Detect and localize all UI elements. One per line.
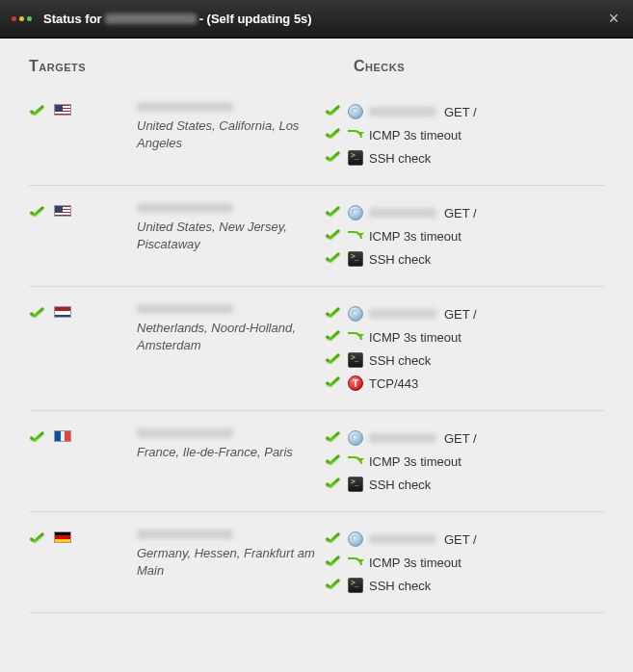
- globe-icon: [348, 306, 363, 322]
- redacted-check-host: [369, 208, 436, 218]
- checks-list: GET /ICMP 3s timeoutSSH check: [325, 428, 604, 494]
- flag-us-icon: [54, 104, 71, 116]
- check-label: GET /: [444, 307, 477, 322]
- target-info: France, Ile-de-France, Paris: [137, 428, 325, 494]
- globe-icon: [348, 205, 363, 220]
- check-ok-icon: [325, 150, 342, 166]
- target-row: Netherlands, Noord-Holland, AmsterdamGET…: [29, 287, 604, 411]
- flag-fr-icon: [54, 430, 71, 442]
- redacted-check-host: [369, 107, 436, 116]
- dot-green: [27, 16, 32, 21]
- checks-list: GET /ICMP 3s timeoutSSH check: [325, 530, 604, 595]
- check-item-get: GET /: [325, 102, 604, 121]
- redacted-check-host: [369, 534, 436, 544]
- window-header: Status for - (Self updating 5s) ×: [0, 0, 633, 39]
- status-ok-icon: [29, 306, 46, 322]
- check-item-tcp: TTCP/443: [325, 374, 604, 393]
- check-ok-icon: [325, 375, 342, 391]
- check-item-ssh: SSH check: [325, 475, 604, 494]
- check-ok-icon: [325, 251, 342, 267]
- check-ok-icon: [325, 104, 342, 119]
- status-dots: [12, 16, 32, 21]
- globe-icon: [348, 430, 363, 446]
- target-info: Germany, Hessen, Frankfurt am Main: [137, 530, 325, 595]
- flag-us-icon: [54, 205, 71, 217]
- check-item-get: GET /: [325, 530, 604, 549]
- terminal-icon: [348, 150, 363, 166]
- check-label: SSH check: [369, 252, 431, 267]
- status-ok-icon: [29, 531, 46, 547]
- check-label: GET /: [444, 206, 477, 220]
- target-location: France, Ile-de-France, Paris: [137, 444, 315, 461]
- redacted-hostname: [105, 13, 197, 24]
- flag-de-icon: [54, 531, 71, 543]
- target-row: France, Ile-de-France, ParisGET /ICMP 3s…: [29, 411, 604, 512]
- title-suffix: - (Self updating 5s): [199, 12, 606, 26]
- check-item-icmp: ICMP 3s timeout: [325, 125, 604, 144]
- target-location: Germany, Hessen, Frankfurt am Main: [137, 545, 315, 579]
- target-status-flags: [29, 203, 137, 269]
- check-label: SSH check: [369, 151, 431, 166]
- checks-list: GET /ICMP 3s timeoutSSH check: [325, 203, 604, 269]
- tcp-badge-icon: T: [348, 375, 363, 391]
- check-label: ICMP 3s timeout: [369, 128, 462, 142]
- redacted-target-name: [137, 428, 233, 438]
- terminal-icon: [348, 352, 363, 368]
- target-status-flags: [29, 530, 137, 595]
- redacted-target-name: [137, 102, 233, 112]
- check-label: GET /: [444, 532, 477, 547]
- check-ok-icon: [325, 352, 342, 368]
- content-area: Targets Checks United States, California…: [0, 39, 633, 633]
- check-label: ICMP 3s timeout: [369, 229, 462, 244]
- close-button[interactable]: ×: [606, 12, 621, 27]
- rows-container: United States, California, Los AngelesGE…: [29, 94, 604, 613]
- check-ok-icon: [325, 430, 342, 446]
- check-item-get: GET /: [325, 304, 604, 323]
- check-label: SSH check: [369, 579, 431, 593]
- status-ok-icon: [29, 205, 46, 220]
- check-label: SSH check: [369, 478, 431, 492]
- check-label: GET /: [444, 105, 477, 119]
- globe-icon: [348, 104, 363, 119]
- check-label: ICMP 3s timeout: [369, 454, 462, 469]
- target-info: United States, New Jersey, Piscataway: [137, 203, 325, 269]
- check-ok-icon: [325, 578, 342, 593]
- target-location: United States, New Jersey, Piscataway: [137, 219, 315, 252]
- icmp-arrow-icon: [348, 555, 363, 570]
- check-ok-icon: [325, 531, 342, 547]
- icmp-arrow-icon: [348, 127, 363, 142]
- status-ok-icon: [29, 104, 46, 119]
- target-info: Netherlands, Noord-Holland, Amsterdam: [137, 304, 325, 393]
- check-item-icmp: ICMP 3s timeout: [325, 553, 604, 572]
- globe-icon: [348, 531, 363, 547]
- check-label: ICMP 3s timeout: [369, 330, 462, 345]
- check-item-ssh: SSH check: [325, 249, 604, 269]
- target-row: Germany, Hessen, Frankfurt am MainGET /I…: [29, 512, 604, 613]
- dot-red: [12, 16, 16, 21]
- check-item-icmp: ICMP 3s timeout: [325, 226, 604, 246]
- target-location: United States, California, Los Angeles: [137, 117, 315, 151]
- check-ok-icon: [325, 205, 342, 220]
- check-ok-icon: [325, 127, 342, 142]
- check-item-ssh: SSH check: [325, 350, 604, 370]
- icmp-arrow-icon: [348, 453, 363, 469]
- dot-yellow: [19, 16, 24, 21]
- title-prefix: Status for: [43, 12, 102, 26]
- checks-list: GET /ICMP 3s timeoutSSH checkTTCP/443: [325, 304, 604, 393]
- icmp-arrow-icon: [348, 228, 363, 244]
- flag-nl-icon: [54, 306, 71, 318]
- check-ok-icon: [325, 228, 342, 244]
- check-label: GET /: [444, 431, 477, 446]
- check-item-ssh: SSH check: [325, 148, 604, 168]
- check-item-ssh: SSH check: [325, 576, 604, 595]
- target-info: United States, California, Los Angeles: [137, 102, 325, 168]
- check-label: ICMP 3s timeout: [369, 556, 462, 570]
- redacted-check-host: [369, 433, 436, 443]
- check-label: SSH check: [369, 353, 431, 368]
- target-row: United States, California, Los AngelesGE…: [29, 94, 604, 186]
- status-ok-icon: [29, 430, 46, 446]
- redacted-target-name: [137, 304, 233, 314]
- check-ok-icon: [325, 453, 342, 469]
- check-item-get: GET /: [325, 203, 604, 222]
- check-item-get: GET /: [325, 428, 604, 448]
